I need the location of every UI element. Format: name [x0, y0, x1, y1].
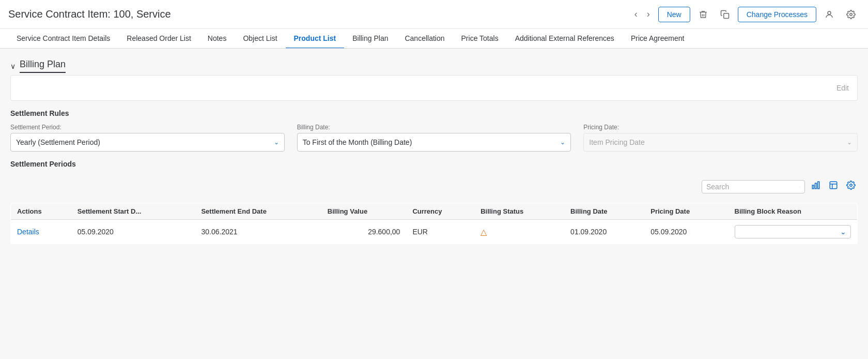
chart-view-button[interactable] — [809, 178, 823, 195]
tab-bar: Service Contract Item Details Released O… — [0, 29, 868, 49]
col-billing-status: Billing Status — [474, 203, 564, 220]
cell-billing-status: △ — [474, 220, 564, 244]
settlement-periods-title: Settlement Periods — [10, 160, 858, 168]
col-settlement-end-date: Settlement End Date — [195, 203, 321, 220]
billing-plan-title: Billing Plan — [20, 59, 66, 73]
col-pricing-date: Pricing Date — [644, 203, 728, 220]
details-link[interactable]: Details — [17, 228, 39, 236]
cell-settlement-end-date: 30.06.2021 — [195, 220, 321, 244]
col-actions: Actions — [11, 203, 71, 220]
export-button[interactable] — [827, 178, 840, 195]
table-settings-icon — [846, 181, 856, 190]
pricing-date-placeholder: Item Pricing Date — [589, 138, 644, 146]
user-button[interactable] — [820, 8, 838, 21]
billing-plan-edit-area: Edit — [10, 75, 858, 101]
billing-date-label: Billing Date: — [297, 124, 571, 131]
search-box[interactable] — [702, 180, 805, 193]
settlement-period-select[interactable]: Yearly (Settlement Period) ⌄ — [10, 133, 285, 152]
table-settings-button[interactable] — [844, 178, 858, 195]
col-currency: Currency — [406, 203, 474, 220]
search-input[interactable] — [706, 183, 797, 191]
tab-billing-plan[interactable]: Billing Plan — [344, 29, 396, 49]
cell-billing-date: 01.09.2020 — [564, 220, 644, 244]
col-billing-value: Billing Value — [321, 203, 407, 220]
cell-action: Details — [11, 220, 71, 244]
table-toolbar — [10, 174, 858, 199]
col-billing-date: Billing Date — [564, 203, 644, 220]
svg-point-1 — [828, 11, 831, 14]
cell-pricing-date: 05.09.2020 — [644, 220, 728, 244]
search-icon — [800, 183, 800, 190]
settlement-rules-form: Settlement Period: Yearly (Settlement Pe… — [10, 124, 858, 152]
cell-currency: EUR — [406, 220, 474, 244]
billing-date-value: To First of the Month (Billing Date) — [303, 138, 412, 146]
svg-point-11 — [850, 184, 853, 187]
col-billing-block-reason: Billing Block Reason — [729, 203, 858, 220]
warning-icon: △ — [481, 228, 487, 236]
billing-date-chevron: ⌄ — [560, 139, 565, 146]
tab-additional-external-references[interactable]: Additional External References — [507, 29, 623, 49]
main-content: ∨ Billing Plan Edit Settlement Rules Set… — [0, 49, 868, 350]
table-row: Details 05.09.2020 30.06.2021 29.600,00 … — [11, 220, 858, 244]
tab-service-contract-item-details[interactable]: Service Contract Item Details — [8, 29, 118, 49]
tab-notes[interactable]: Notes — [199, 29, 235, 49]
change-processes-button[interactable]: Change Processes — [738, 7, 816, 22]
settlement-rules-title: Settlement Rules — [10, 109, 858, 117]
pricing-date-group: Pricing Date: Item Pricing Date ⌄ — [583, 124, 858, 152]
collapse-icon[interactable]: ∨ — [10, 62, 16, 70]
pricing-date-label: Pricing Date: — [583, 124, 858, 131]
pricing-date-select: Item Pricing Date ⌄ — [583, 133, 858, 152]
header-actions: ‹ › New Change Processes — [630, 7, 860, 22]
tab-cancellation[interactable]: Cancellation — [396, 29, 453, 49]
svg-rect-8 — [830, 182, 837, 189]
tab-price-totals[interactable]: Price Totals — [453, 29, 507, 49]
tab-released-order-list[interactable]: Released Order List — [118, 29, 199, 49]
billing-date-select[interactable]: To First of the Month (Billing Date) ⌄ — [297, 133, 571, 152]
billing-date-group: Billing Date: To First of the Month (Bil… — [297, 124, 571, 152]
billing-block-reason-select[interactable]: ⌄ — [735, 225, 851, 238]
pricing-date-chevron: ⌄ — [847, 139, 852, 146]
svg-point-3 — [800, 186, 800, 187]
table-header-row: Actions Settlement Start D... Settlement… — [11, 203, 858, 220]
chart-icon — [811, 181, 820, 190]
svg-point-2 — [850, 13, 853, 16]
prev-button[interactable]: ‹ — [630, 7, 642, 22]
delete-button[interactable] — [694, 8, 712, 21]
settlement-period-chevron: ⌄ — [274, 139, 279, 146]
svg-rect-5 — [812, 185, 814, 189]
page-header: Service Contract Item: 100, Service ‹ › … — [0, 0, 868, 29]
copy-button[interactable] — [716, 8, 734, 21]
next-button[interactable]: › — [643, 7, 654, 22]
tab-product-list[interactable]: Product List — [286, 29, 345, 49]
cell-settlement-start-date: 05.09.2020 — [71, 220, 195, 244]
svg-rect-7 — [818, 182, 819, 189]
new-button[interactable]: New — [658, 7, 690, 22]
billing-block-reason-chevron: ⌄ — [840, 228, 846, 236]
settings-button[interactable] — [842, 8, 860, 21]
edit-link[interactable]: Edit — [836, 84, 849, 92]
col-settlement-start-date: Settlement Start D... — [71, 203, 195, 220]
settlement-periods-table: Actions Settlement Start D... Settlement… — [10, 203, 858, 244]
svg-rect-0 — [723, 13, 729, 18]
settlement-period-group: Settlement Period: Yearly (Settlement Pe… — [10, 124, 285, 152]
tab-object-list[interactable]: Object List — [235, 29, 285, 49]
export-icon — [829, 181, 838, 190]
cell-billing-value: 29.600,00 — [321, 220, 407, 244]
settlement-period-label: Settlement Period: — [10, 124, 285, 131]
settlement-period-value: Yearly (Settlement Period) — [16, 138, 100, 146]
nav-arrows: ‹ › — [630, 7, 654, 22]
cell-billing-block-reason: ⌄ — [729, 220, 858, 244]
billing-plan-header: ∨ Billing Plan — [10, 59, 858, 73]
page-title: Service Contract Item: 100, Service — [8, 8, 630, 20]
svg-rect-6 — [815, 183, 817, 189]
tab-price-agreement[interactable]: Price Agreement — [623, 29, 693, 49]
